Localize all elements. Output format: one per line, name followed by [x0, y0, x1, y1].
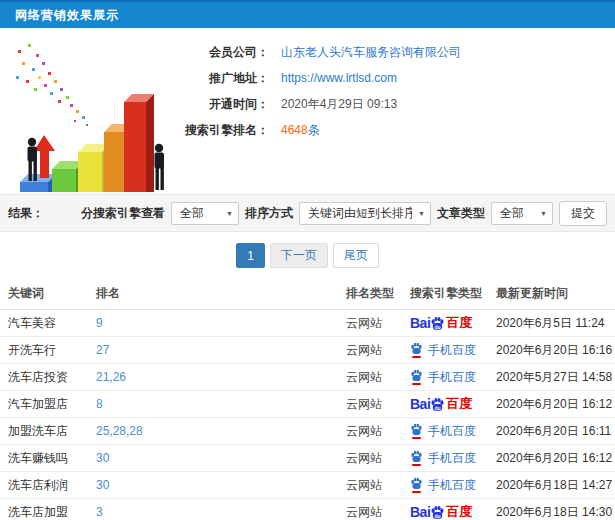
rank-count: 4648 [281, 123, 308, 137]
rank-type-cell: 云网站 [338, 418, 402, 445]
next-page-button[interactable]: 下一页 [270, 243, 328, 268]
filter-controls: 分搜索引擎查看 全部 ▼ 排序方式 关键词由短到长排序 ▼ 文章类型 全部 ▼ … [81, 201, 607, 226]
promo-url-row: 推广地址： https://www.lrtlsd.com [174, 65, 461, 91]
red-underline [412, 464, 421, 466]
updated-cell: 2020年6月20日 16:12 [488, 391, 615, 418]
rank-type-cell: 云网站 [338, 499, 402, 520]
baidu-logo: Baidu百度 [410, 503, 472, 520]
red-underline [412, 356, 421, 358]
red-underline [412, 383, 421, 385]
red-underline [412, 491, 421, 493]
baidu-logo: Baidu百度 [410, 395, 472, 413]
filter-bar: 结果： 分搜索引擎查看 全部 ▼ 排序方式 关键词由短到长排序 ▼ 文章类型 全… [0, 195, 615, 232]
updated-cell: 2020年6月20日 16:16 [488, 337, 615, 364]
engine-cell: Baidu百度 手机百度 [402, 337, 488, 364]
table-row: 汽车加盟店 8 云网站 Baidu百度 手机百度 2020年6月20日 16:1… [0, 391, 615, 418]
rank-cell: 25,28,28 [88, 418, 338, 445]
updated-cell: 2020年5月27日 14:58 [488, 364, 615, 391]
article-type-select[interactable]: 全部 ▼ [491, 202, 553, 225]
engine-cell: Baidu百度 手机百度 [402, 472, 488, 499]
engine-cell: Baidu百度 手机百度 [402, 364, 488, 391]
rank-unit: 条 [308, 123, 320, 137]
keyword-rank-table: 关键词 排名 排名类型 搜索引擎类型 最新更新时间 汽车美容 9 云网站 Bai… [0, 278, 615, 520]
baidu-paw-icon [410, 450, 423, 463]
rank-cell: 27 [88, 337, 338, 364]
growth-chart-illustration [2, 32, 174, 192]
updated-cell: 2020年6月20日 16:11 [488, 418, 615, 445]
rank-type-cell: 云网站 [338, 364, 402, 391]
rank-cell: 21,26 [88, 364, 338, 391]
svg-text:du: du [435, 323, 441, 329]
rank-type-cell: 云网站 [338, 391, 402, 418]
mobile-baidu-logo: 手机百度 [410, 369, 476, 386]
chevron-down-icon: ▼ [226, 210, 233, 217]
open-date-row: 开通时间： 2020年4月29日 09:13 [174, 91, 461, 117]
page-1-button[interactable]: 1 [236, 243, 265, 268]
baidu-paw-icon: du [430, 397, 445, 412]
article-type-label: 文章类型 [437, 205, 485, 222]
col-updated: 最新更新时间 [488, 278, 615, 310]
keyword-cell: 洗车赚钱吗 [0, 445, 88, 472]
red-underline [412, 437, 421, 439]
keyword-cell: 洗车店加盟 [0, 499, 88, 520]
rank-cell: 8 [88, 391, 338, 418]
svg-text:du: du [435, 512, 441, 518]
member-info-section: 会员公司： 山东老人头汽车服务咨询有限公司 推广地址： https://www.… [0, 28, 615, 195]
company-link[interactable]: 山东老人头汽车服务咨询有限公司 [281, 44, 461, 61]
sort-label: 排序方式 [245, 205, 293, 222]
open-date-label: 开通时间： [174, 96, 269, 113]
baidu-paw-icon [410, 342, 423, 355]
table-row: 汽车美容 9 云网站 Baidu百度 手机百度 2020年6月5日 11:24 [0, 310, 615, 337]
rank-type-cell: 云网站 [338, 337, 402, 364]
engine-cell: Baidu百度 手机百度 [402, 310, 488, 337]
engine-filter-label: 分搜索引擎查看 [81, 205, 165, 222]
rank-cell: 30 [88, 472, 338, 499]
results-label: 结果： [8, 205, 44, 222]
updated-cell: 2020年6月5日 11:24 [488, 310, 615, 337]
rank-type-cell: 云网站 [338, 472, 402, 499]
page-title: 网络营销效果展示 [15, 7, 119, 24]
chevron-down-icon: ▼ [418, 210, 425, 217]
mobile-baidu-logo: 手机百度 [410, 450, 476, 467]
company-label: 会员公司： [174, 44, 269, 61]
updated-cell: 2020年6月18日 14:30 [488, 499, 615, 520]
table-row: 洗车赚钱吗 30 云网站 Baidu百度 手机百度 2020年6月20日 16:… [0, 445, 615, 472]
engine-filter-select[interactable]: 全部 ▼ [171, 202, 239, 225]
rank-type-cell: 云网站 [338, 310, 402, 337]
col-engine-type: 搜索引擎类型 [402, 278, 488, 310]
promo-url-label: 推广地址： [174, 70, 269, 87]
table-header-row: 关键词 排名 排名类型 搜索引擎类型 最新更新时间 [0, 278, 615, 310]
col-rank: 排名 [88, 278, 338, 310]
member-info-list: 会员公司： 山东老人头汽车服务咨询有限公司 推广地址： https://www.… [174, 28, 461, 194]
engine-filter-value: 全部 [180, 205, 220, 222]
last-page-button[interactable]: 尾页 [333, 243, 379, 268]
company-row: 会员公司： 山东老人头汽车服务咨询有限公司 [174, 39, 461, 65]
rank-cell: 9 [88, 310, 338, 337]
sort-value: 关键词由短到长排序 [308, 205, 412, 222]
engine-rank-label: 搜索引擎排名： [174, 122, 269, 139]
promo-url-link[interactable]: https://www.lrtlsd.com [281, 71, 397, 85]
open-date-value: 2020年4月29日 09:13 [281, 96, 397, 113]
col-keyword: 关键词 [0, 278, 88, 310]
rank-type-cell: 云网站 [338, 445, 402, 472]
mobile-baidu-logo: 手机百度 [410, 342, 476, 359]
rank-cell: 30 [88, 445, 338, 472]
keyword-cell: 汽车美容 [0, 310, 88, 337]
updated-cell: 2020年6月18日 14:27 [488, 472, 615, 499]
keyword-cell: 汽车加盟店 [0, 391, 88, 418]
svg-text:du: du [435, 404, 441, 410]
baidu-paw-icon [410, 423, 423, 436]
submit-button[interactable]: 提交 [559, 201, 607, 226]
table-row: 洗车店投资 21,26 云网站 Baidu百度 手机百度 2020年5月27日 … [0, 364, 615, 391]
engine-cell: Baidu百度 手机百度 [402, 418, 488, 445]
mobile-baidu-logo: 手机百度 [410, 477, 476, 494]
rank-cell: 3 [88, 499, 338, 520]
sort-select[interactable]: 关键词由短到长排序 ▼ [299, 202, 431, 225]
engine-cell: Baidu百度 手机百度 [402, 445, 488, 472]
engine-rank-row: 搜索引擎排名： 4648条 [174, 117, 461, 143]
baidu-paw-icon: du [430, 505, 445, 520]
baidu-paw-icon: du [430, 316, 445, 331]
baidu-paw-icon [410, 477, 423, 490]
chevron-down-icon: ▼ [540, 210, 547, 217]
page-header: 网络营销效果展示 [0, 0, 615, 28]
